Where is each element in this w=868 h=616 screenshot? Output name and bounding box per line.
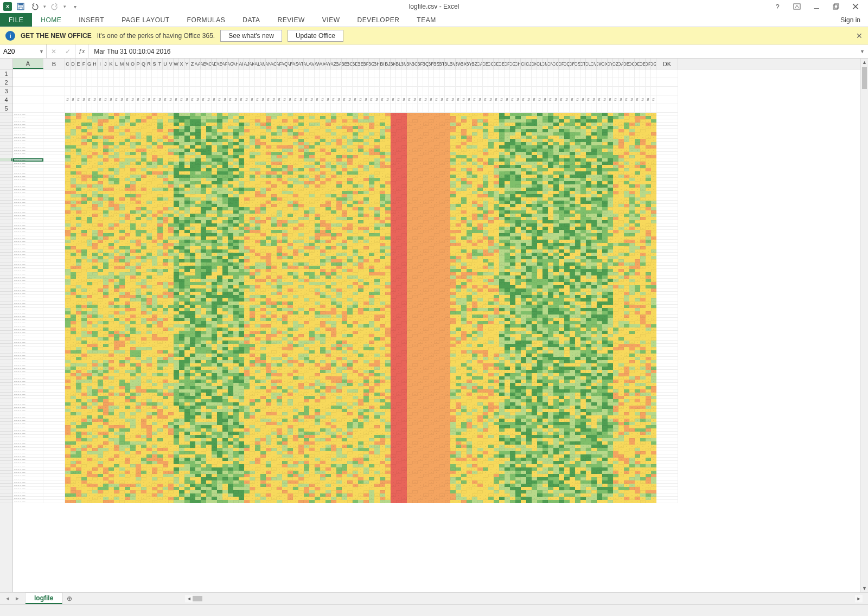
tab-data[interactable]: DATA (234, 13, 269, 27)
sheet-nav-prev-icon[interactable]: ◄ (3, 595, 12, 601)
col-header-BX[interactable]: BX (461, 59, 467, 69)
col-header-BG[interactable]: BG (369, 59, 374, 69)
col-header-CB[interactable]: CB (483, 59, 488, 69)
col-header-N[interactable]: N (125, 59, 130, 69)
col-header-BN[interactable]: BN (407, 59, 412, 69)
tab-view[interactable]: VIEW (314, 13, 349, 27)
col-header-BU[interactable]: BU (445, 59, 450, 69)
scroll-left-icon[interactable]: ◄ (185, 595, 193, 602)
col-header-CM[interactable]: CM (542, 59, 548, 69)
formula-bar[interactable]: Mar Thu 31 00:10:04 2016 ▼ (88, 44, 868, 58)
tab-team[interactable]: TEAM (408, 13, 444, 27)
signin-link[interactable]: Sign in (840, 13, 868, 27)
row-header-2[interactable]: 2 (0, 78, 12, 87)
tab-file[interactable]: FILE (0, 13, 32, 27)
col-header-AT[interactable]: AT (298, 59, 304, 69)
close-button[interactable] (848, 1, 863, 12)
col-header-AD[interactable]: AD (212, 59, 217, 69)
row-headers[interactable]: 12345 (0, 69, 13, 592)
col-header-M[interactable]: M (119, 59, 125, 69)
col-header-AU[interactable]: AU (304, 59, 309, 69)
select-all-corner[interactable] (0, 59, 13, 69)
col-header-BD[interactable]: BD (353, 59, 358, 69)
col-header-DC[interactable]: DC (629, 59, 635, 69)
add-sheet-button[interactable]: ⊕ (62, 593, 76, 604)
col-header-U[interactable]: U (163, 59, 168, 69)
col-header-CV[interactable]: CV (591, 59, 597, 69)
col-header-V[interactable]: V (168, 59, 174, 69)
col-header-E[interactable]: E (76, 59, 81, 69)
col-header-CU[interactable]: CU (586, 59, 591, 69)
col-header-C[interactable]: C (65, 59, 71, 69)
col-header-CE[interactable]: CE (499, 59, 505, 69)
col-header-BP[interactable]: BP (418, 59, 423, 69)
col-header-CT[interactable]: CT (580, 59, 586, 69)
col-header-AH[interactable]: AH (233, 59, 239, 69)
namebox-dropdown-icon[interactable]: ▼ (39, 49, 44, 54)
col-header-CH[interactable]: CH (515, 59, 521, 69)
sheet-tab-logfile[interactable]: logfile (25, 592, 62, 604)
col-header-AC[interactable]: AC (206, 59, 212, 69)
col-header-AN[interactable]: AN (266, 59, 271, 69)
col-header-BA[interactable]: BA (336, 59, 342, 69)
help-icon[interactable]: ? (770, 1, 784, 12)
col-header-AA[interactable]: AA (195, 59, 201, 69)
col-header-F[interactable]: F (81, 59, 87, 69)
col-header-H[interactable]: H (92, 59, 98, 69)
formula-cancel-icon[interactable]: ✕ (47, 48, 61, 55)
col-header-CX[interactable]: CX (602, 59, 608, 69)
col-header-DB[interactable]: DB (624, 59, 629, 69)
col-header-BY[interactable]: BY (467, 59, 472, 69)
col-header-CN[interactable]: CN (548, 59, 553, 69)
col-header-AE[interactable]: AE (217, 59, 222, 69)
tab-formulas[interactable]: FORMULAS (178, 13, 234, 27)
minimize-button[interactable] (809, 1, 824, 12)
col-header-BV[interactable]: BV (450, 59, 456, 69)
tab-page-layout[interactable]: PAGE LAYOUT (113, 13, 178, 27)
col-header-AL[interactable]: AL (255, 59, 260, 69)
col-header-CS[interactable]: CS (575, 59, 580, 69)
col-header-S[interactable]: S (152, 59, 157, 69)
col-header-CL[interactable]: CL (537, 59, 542, 69)
col-header-AP[interactable]: AP (277, 59, 282, 69)
col-header-R[interactable]: R (146, 59, 152, 69)
qat-customize[interactable]: ▾ (69, 1, 80, 12)
qat-save[interactable] (15, 1, 26, 12)
row-header-4[interactable]: 4 (0, 95, 12, 104)
col-header-BT[interactable]: BT (439, 59, 445, 69)
col-header-AO[interactable]: AO (271, 59, 277, 69)
col-header-CY[interactable]: CY (608, 59, 613, 69)
col-header-CI[interactable]: CI (521, 59, 526, 69)
horizontal-scrollbar[interactable]: ◄ ► (185, 595, 863, 602)
col-header-CW[interactable]: CW (597, 59, 602, 69)
row-header-1[interactable]: 1 (0, 69, 12, 78)
col-header-CF[interactable]: CF (505, 59, 510, 69)
cells-area[interactable]: ########################################… (13, 69, 860, 592)
row-header-5[interactable]: 5 (0, 104, 12, 113)
col-header-AY[interactable]: AY (326, 59, 331, 69)
col-header-BM[interactable]: BM (401, 59, 407, 69)
col-header-AM[interactable]: AM (260, 59, 266, 69)
ribbon-display-options[interactable] (790, 1, 804, 12)
col-header-BH[interactable]: BH (374, 59, 380, 69)
col-header-AF[interactable]: AF (222, 59, 228, 69)
col-header-CA[interactable]: CA (477, 59, 483, 69)
msgbar-close-icon[interactable]: ✕ (856, 31, 863, 40)
col-header-BZ[interactable]: BZ (472, 59, 477, 69)
col-header-CJ[interactable]: CJ (526, 59, 532, 69)
see-whats-new-button[interactable]: See what's new (220, 30, 282, 42)
col-header-Q[interactable]: Q (141, 59, 146, 69)
col-header-DF[interactable]: DF (646, 59, 651, 69)
col-header-BI[interactable]: BI (380, 59, 385, 69)
col-header-AB[interactable]: AB (201, 59, 206, 69)
spreadsheet-grid[interactable]: ABCDEFGHIJKLMNOPQRSTUVWXYZAAABACADAEAFAG… (0, 59, 868, 592)
col-header-A[interactable]: A (13, 59, 43, 69)
qat-redo[interactable] (49, 1, 60, 12)
col-header-O[interactable]: O (130, 59, 136, 69)
col-header-I[interactable]: I (98, 59, 103, 69)
hscroll-thumb[interactable] (193, 596, 202, 601)
row-header-125[interactable] (0, 500, 12, 503)
col-header-CD[interactable]: CD (494, 59, 499, 69)
col-header-AJ[interactable]: AJ (244, 59, 250, 69)
column-headers[interactable]: ABCDEFGHIJKLMNOPQRSTUVWXYZAAABACADAEAFAG… (13, 59, 860, 69)
